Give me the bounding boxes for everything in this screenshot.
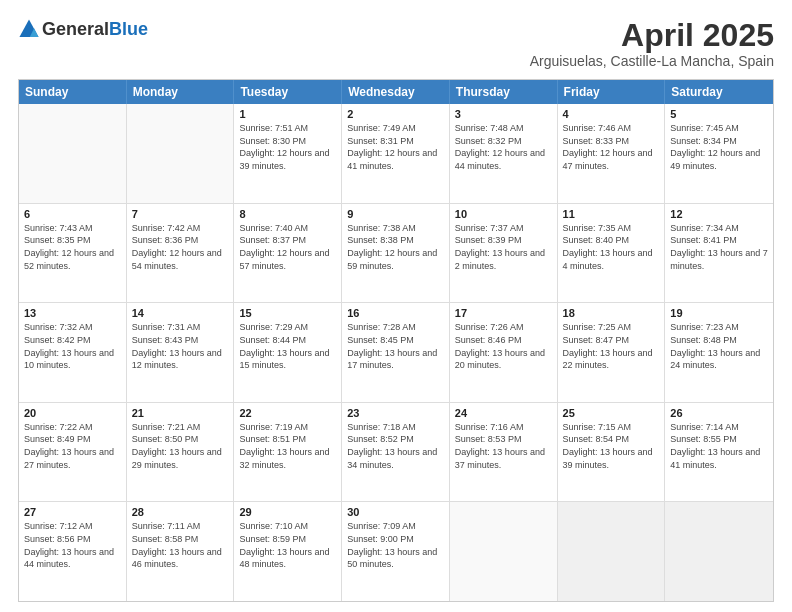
day-number: 3 bbox=[455, 108, 552, 120]
calendar-cell: 21Sunrise: 7:21 AMSunset: 8:50 PMDayligh… bbox=[127, 403, 235, 502]
calendar-cell: 13Sunrise: 7:32 AMSunset: 8:42 PMDayligh… bbox=[19, 303, 127, 402]
calendar-header-cell: Sunday bbox=[19, 80, 127, 104]
calendar-cell bbox=[558, 502, 666, 601]
calendar-row: 1Sunrise: 7:51 AMSunset: 8:30 PMDaylight… bbox=[19, 104, 773, 204]
cell-info: Sunrise: 7:43 AMSunset: 8:35 PMDaylight:… bbox=[24, 222, 121, 272]
calendar-cell: 16Sunrise: 7:28 AMSunset: 8:45 PMDayligh… bbox=[342, 303, 450, 402]
calendar-cell: 6Sunrise: 7:43 AMSunset: 8:35 PMDaylight… bbox=[19, 204, 127, 303]
calendar-header-cell: Monday bbox=[127, 80, 235, 104]
logo: GeneralBlue bbox=[18, 18, 148, 40]
calendar-cell: 30Sunrise: 7:09 AMSunset: 9:00 PMDayligh… bbox=[342, 502, 450, 601]
calendar-cell: 10Sunrise: 7:37 AMSunset: 8:39 PMDayligh… bbox=[450, 204, 558, 303]
cell-info: Sunrise: 7:18 AMSunset: 8:52 PMDaylight:… bbox=[347, 421, 444, 471]
calendar-cell: 11Sunrise: 7:35 AMSunset: 8:40 PMDayligh… bbox=[558, 204, 666, 303]
calendar-cell: 20Sunrise: 7:22 AMSunset: 8:49 PMDayligh… bbox=[19, 403, 127, 502]
cell-info: Sunrise: 7:22 AMSunset: 8:49 PMDaylight:… bbox=[24, 421, 121, 471]
day-number: 2 bbox=[347, 108, 444, 120]
day-number: 12 bbox=[670, 208, 768, 220]
cell-info: Sunrise: 7:34 AMSunset: 8:41 PMDaylight:… bbox=[670, 222, 768, 272]
calendar-header-cell: Thursday bbox=[450, 80, 558, 104]
cell-info: Sunrise: 7:09 AMSunset: 9:00 PMDaylight:… bbox=[347, 520, 444, 570]
cell-info: Sunrise: 7:49 AMSunset: 8:31 PMDaylight:… bbox=[347, 122, 444, 172]
calendar-cell: 4Sunrise: 7:46 AMSunset: 8:33 PMDaylight… bbox=[558, 104, 666, 203]
day-number: 27 bbox=[24, 506, 121, 518]
cell-info: Sunrise: 7:19 AMSunset: 8:51 PMDaylight:… bbox=[239, 421, 336, 471]
cell-info: Sunrise: 7:38 AMSunset: 8:38 PMDaylight:… bbox=[347, 222, 444, 272]
calendar: SundayMondayTuesdayWednesdayThursdayFrid… bbox=[18, 79, 774, 602]
logo-blue: Blue bbox=[109, 19, 148, 39]
day-number: 14 bbox=[132, 307, 229, 319]
calendar-cell: 19Sunrise: 7:23 AMSunset: 8:48 PMDayligh… bbox=[665, 303, 773, 402]
calendar-header-cell: Friday bbox=[558, 80, 666, 104]
cell-info: Sunrise: 7:23 AMSunset: 8:48 PMDaylight:… bbox=[670, 321, 768, 371]
cell-info: Sunrise: 7:29 AMSunset: 8:44 PMDaylight:… bbox=[239, 321, 336, 371]
page-title: April 2025 bbox=[530, 18, 774, 53]
day-number: 22 bbox=[239, 407, 336, 419]
calendar-row: 27Sunrise: 7:12 AMSunset: 8:56 PMDayligh… bbox=[19, 502, 773, 601]
cell-info: Sunrise: 7:35 AMSunset: 8:40 PMDaylight:… bbox=[563, 222, 660, 272]
calendar-cell: 9Sunrise: 7:38 AMSunset: 8:38 PMDaylight… bbox=[342, 204, 450, 303]
calendar-cell: 8Sunrise: 7:40 AMSunset: 8:37 PMDaylight… bbox=[234, 204, 342, 303]
day-number: 17 bbox=[455, 307, 552, 319]
cell-info: Sunrise: 7:46 AMSunset: 8:33 PMDaylight:… bbox=[563, 122, 660, 172]
header: GeneralBlue April 2025 Arguisuelas, Cast… bbox=[18, 18, 774, 69]
page-subtitle: Arguisuelas, Castille-La Mancha, Spain bbox=[530, 53, 774, 69]
calendar-header: SundayMondayTuesdayWednesdayThursdayFrid… bbox=[19, 80, 773, 104]
calendar-cell: 28Sunrise: 7:11 AMSunset: 8:58 PMDayligh… bbox=[127, 502, 235, 601]
cell-info: Sunrise: 7:11 AMSunset: 8:58 PMDaylight:… bbox=[132, 520, 229, 570]
cell-info: Sunrise: 7:51 AMSunset: 8:30 PMDaylight:… bbox=[239, 122, 336, 172]
day-number: 10 bbox=[455, 208, 552, 220]
calendar-row: 6Sunrise: 7:43 AMSunset: 8:35 PMDaylight… bbox=[19, 204, 773, 304]
cell-info: Sunrise: 7:45 AMSunset: 8:34 PMDaylight:… bbox=[670, 122, 768, 172]
calendar-cell bbox=[665, 502, 773, 601]
cell-info: Sunrise: 7:15 AMSunset: 8:54 PMDaylight:… bbox=[563, 421, 660, 471]
calendar-cell: 1Sunrise: 7:51 AMSunset: 8:30 PMDaylight… bbox=[234, 104, 342, 203]
cell-info: Sunrise: 7:42 AMSunset: 8:36 PMDaylight:… bbox=[132, 222, 229, 272]
calendar-cell: 23Sunrise: 7:18 AMSunset: 8:52 PMDayligh… bbox=[342, 403, 450, 502]
calendar-cell: 3Sunrise: 7:48 AMSunset: 8:32 PMDaylight… bbox=[450, 104, 558, 203]
cell-info: Sunrise: 7:14 AMSunset: 8:55 PMDaylight:… bbox=[670, 421, 768, 471]
calendar-row: 13Sunrise: 7:32 AMSunset: 8:42 PMDayligh… bbox=[19, 303, 773, 403]
day-number: 11 bbox=[563, 208, 660, 220]
calendar-cell: 22Sunrise: 7:19 AMSunset: 8:51 PMDayligh… bbox=[234, 403, 342, 502]
day-number: 24 bbox=[455, 407, 552, 419]
day-number: 13 bbox=[24, 307, 121, 319]
calendar-cell: 14Sunrise: 7:31 AMSunset: 8:43 PMDayligh… bbox=[127, 303, 235, 402]
day-number: 5 bbox=[670, 108, 768, 120]
cell-info: Sunrise: 7:12 AMSunset: 8:56 PMDaylight:… bbox=[24, 520, 121, 570]
cell-info: Sunrise: 7:26 AMSunset: 8:46 PMDaylight:… bbox=[455, 321, 552, 371]
calendar-cell: 29Sunrise: 7:10 AMSunset: 8:59 PMDayligh… bbox=[234, 502, 342, 601]
day-number: 23 bbox=[347, 407, 444, 419]
day-number: 28 bbox=[132, 506, 229, 518]
day-number: 21 bbox=[132, 407, 229, 419]
calendar-cell: 5Sunrise: 7:45 AMSunset: 8:34 PMDaylight… bbox=[665, 104, 773, 203]
day-number: 20 bbox=[24, 407, 121, 419]
calendar-header-cell: Tuesday bbox=[234, 80, 342, 104]
logo-icon bbox=[18, 18, 40, 40]
cell-info: Sunrise: 7:48 AMSunset: 8:32 PMDaylight:… bbox=[455, 122, 552, 172]
calendar-header-cell: Wednesday bbox=[342, 80, 450, 104]
cell-info: Sunrise: 7:16 AMSunset: 8:53 PMDaylight:… bbox=[455, 421, 552, 471]
calendar-cell: 24Sunrise: 7:16 AMSunset: 8:53 PMDayligh… bbox=[450, 403, 558, 502]
day-number: 26 bbox=[670, 407, 768, 419]
day-number: 9 bbox=[347, 208, 444, 220]
calendar-cell bbox=[127, 104, 235, 203]
calendar-cell: 18Sunrise: 7:25 AMSunset: 8:47 PMDayligh… bbox=[558, 303, 666, 402]
logo-general: General bbox=[42, 19, 109, 39]
cell-info: Sunrise: 7:31 AMSunset: 8:43 PMDaylight:… bbox=[132, 321, 229, 371]
day-number: 29 bbox=[239, 506, 336, 518]
day-number: 25 bbox=[563, 407, 660, 419]
cell-info: Sunrise: 7:28 AMSunset: 8:45 PMDaylight:… bbox=[347, 321, 444, 371]
cell-info: Sunrise: 7:25 AMSunset: 8:47 PMDaylight:… bbox=[563, 321, 660, 371]
day-number: 16 bbox=[347, 307, 444, 319]
calendar-cell: 26Sunrise: 7:14 AMSunset: 8:55 PMDayligh… bbox=[665, 403, 773, 502]
day-number: 7 bbox=[132, 208, 229, 220]
cell-info: Sunrise: 7:32 AMSunset: 8:42 PMDaylight:… bbox=[24, 321, 121, 371]
day-number: 30 bbox=[347, 506, 444, 518]
calendar-cell: 27Sunrise: 7:12 AMSunset: 8:56 PMDayligh… bbox=[19, 502, 127, 601]
cell-info: Sunrise: 7:10 AMSunset: 8:59 PMDaylight:… bbox=[239, 520, 336, 570]
calendar-cell: 25Sunrise: 7:15 AMSunset: 8:54 PMDayligh… bbox=[558, 403, 666, 502]
calendar-cell: 17Sunrise: 7:26 AMSunset: 8:46 PMDayligh… bbox=[450, 303, 558, 402]
day-number: 8 bbox=[239, 208, 336, 220]
day-number: 19 bbox=[670, 307, 768, 319]
